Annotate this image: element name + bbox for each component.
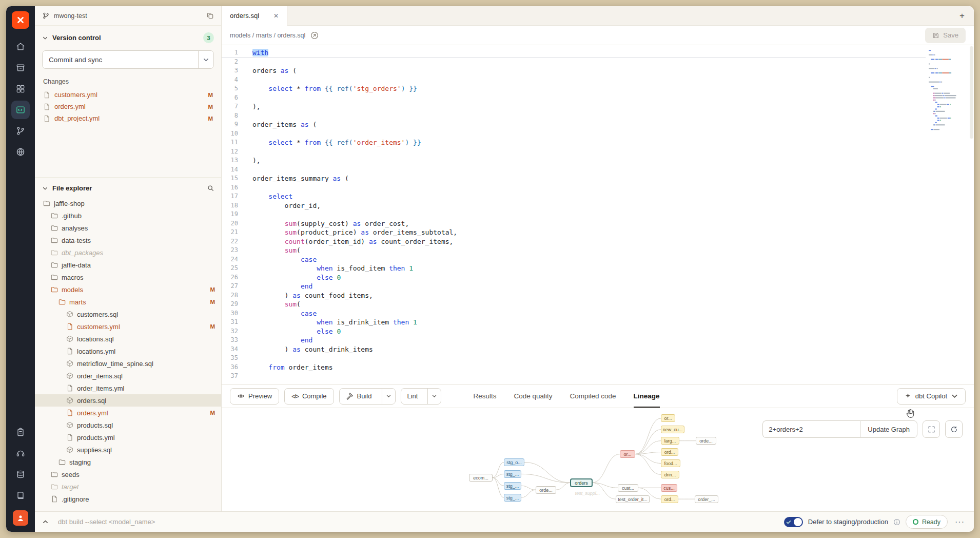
code-line[interactable]: sum( [252, 246, 926, 255]
code-line[interactable]: select [252, 192, 926, 201]
tree-item-analyses[interactable]: analyses [35, 222, 221, 234]
code-line[interactable]: ) as count_drink_items [252, 345, 926, 354]
refresh-icon[interactable] [945, 420, 963, 438]
lineage-node-ecom[interactable]: ecom... [469, 474, 493, 482]
code-editor[interactable]: 1234567891011121314151617181920212223242… [222, 45, 974, 384]
tree-item-customers.yml[interactable]: customers.ymlM [35, 320, 221, 333]
lineage-node-orde_b[interactable]: orde... [696, 437, 716, 445]
dbt-logo-icon[interactable] [12, 11, 29, 29]
code-line[interactable] [252, 147, 926, 157]
more-options-icon[interactable]: ··· [953, 517, 967, 527]
archive-icon[interactable] [11, 59, 30, 77]
editor-scrollbar[interactable] [969, 45, 974, 384]
tab-orders-sql[interactable]: orders.sql ✕ [222, 6, 287, 26]
code-line[interactable] [252, 372, 926, 381]
tab-results[interactable]: Results [473, 385, 496, 408]
tree-item-orders.yml[interactable]: orders.ymlM [35, 407, 221, 419]
lineage-node-test_order[interactable]: test_order_it... [616, 495, 650, 503]
code-line[interactable]: case [252, 255, 926, 264]
lineage-selector-input[interactable] [762, 420, 860, 438]
lineage-node-y_larg[interactable]: larg... [661, 437, 679, 445]
explore-globe-icon[interactable] [11, 143, 30, 161]
code-line[interactable]: select * from {{ ref('stg_orders') }} [252, 84, 926, 93]
change-item[interactable]: dbt_project.ymlM [35, 112, 221, 124]
code-line[interactable] [252, 57, 926, 67]
code-line[interactable] [252, 129, 926, 139]
tree-item-metricflow_time_spine.sql[interactable]: metricflow_time_spine.sql [35, 357, 221, 370]
code-line[interactable]: from order_items [252, 363, 926, 372]
open-link-icon[interactable] [310, 31, 319, 40]
code-line[interactable]: end [252, 282, 926, 291]
minimap[interactable] [926, 45, 969, 384]
develop-ide-icon[interactable] [11, 101, 30, 119]
command-input[interactable]: dbt build --select <model_name> [58, 518, 155, 526]
change-item[interactable]: customers.ymlM [35, 89, 221, 101]
lineage-node-y_drin[interactable]: drin... [661, 471, 679, 478]
tree-item-models[interactable]: modelsM [35, 283, 221, 296]
tree-item-customers.sql[interactable]: customers.sql [35, 308, 221, 320]
code-line[interactable]: ) as count_food_items, [252, 291, 926, 300]
lineage-node-stg_o[interactable]: stg_o... [504, 458, 524, 466]
lineage-node-order_c[interactable]: order_... [695, 495, 718, 503]
close-tab-icon[interactable]: ✕ [273, 12, 279, 20]
lineage-node-orde_a[interactable]: orde... [536, 486, 556, 494]
code-line[interactable]: orders as ( [252, 66, 926, 75]
tree-item-supplies.sql[interactable]: supplies.sql [35, 444, 221, 456]
new-tab-icon[interactable]: + [955, 9, 969, 23]
code-line[interactable]: with [252, 48, 926, 57]
file-explorer-header[interactable]: File explorer [35, 178, 221, 197]
code-line[interactable] [252, 111, 926, 121]
tree-item-staging[interactable]: staging [35, 456, 221, 468]
code-line[interactable]: else 0 [252, 327, 926, 336]
tab-code-quality[interactable]: Code quality [514, 385, 552, 408]
code-line[interactable]: sum( [252, 300, 926, 309]
support-headset-icon[interactable] [11, 444, 30, 463]
lineage-node-cust[interactable]: cust... [618, 484, 638, 492]
home-icon[interactable] [11, 37, 30, 56]
search-icon[interactable] [207, 185, 214, 191]
lineage-node-or_red[interactable]: or... [620, 450, 635, 458]
code-line[interactable] [252, 210, 926, 219]
status-ready-badge[interactable]: Ready [906, 515, 948, 529]
tab-compiled-code[interactable]: Compiled code [570, 385, 616, 408]
tree-item-products.sql[interactable]: products.sql [35, 419, 221, 431]
tree-item-macros[interactable]: macros [35, 271, 221, 283]
docs-book-icon[interactable] [11, 486, 30, 505]
save-button[interactable]: Save [925, 28, 966, 43]
code-line[interactable] [252, 354, 926, 363]
commit-and-sync-button[interactable]: Commit and sync [42, 50, 214, 69]
code-line[interactable]: case [252, 309, 926, 318]
lineage-node-y_ord[interactable]: ord... [661, 448, 678, 456]
expand-command-chevron-icon[interactable] [42, 518, 49, 525]
update-graph-button[interactable]: Update Graph [860, 420, 917, 438]
copy-icon[interactable] [206, 12, 214, 20]
tree-item-.gitignore[interactable]: .gitignore [35, 493, 221, 505]
tree-item-products.yml[interactable]: products.yml [35, 431, 221, 444]
tree-item-marts[interactable]: martsM [35, 296, 221, 308]
tree-item-order_items.sql[interactable]: order_items.sql [35, 370, 221, 382]
code-line[interactable]: select * from {{ ref('order_items') }} [252, 138, 926, 147]
code-line[interactable] [252, 183, 926, 193]
code-lines[interactable]: withorders as ( select * from {{ ref('st… [245, 45, 926, 384]
tree-item-jaffle-data[interactable]: jaffle-data [35, 259, 221, 271]
commit-dropdown-chevron-icon[interactable] [198, 51, 213, 68]
code-line[interactable] [252, 165, 926, 175]
preview-button[interactable]: Preview [230, 388, 279, 405]
code-line[interactable]: order_items as ( [252, 120, 926, 129]
tree-item-jaffle-shop[interactable]: jaffle-shop [35, 197, 221, 209]
lineage-node-y_or[interactable]: or... [661, 414, 675, 422]
info-icon[interactable] [893, 518, 900, 526]
code-line[interactable]: count(order_item_id) as count_order_item… [252, 237, 926, 246]
lineage-node-p_cus[interactable]: cus... [661, 484, 677, 492]
tree-item-orders.sql[interactable]: orders.sql [35, 394, 221, 407]
build-dropdown-chevron-icon[interactable] [382, 389, 395, 404]
dbt-copilot-button[interactable]: dbt Copilot [897, 388, 966, 405]
lineage-node-stg_3[interactable]: stg_... [504, 494, 521, 502]
lineage-node-y_ord2[interactable]: ord... [661, 495, 678, 503]
code-line[interactable]: else 0 [252, 273, 926, 282]
code-line[interactable]: order_items_summary as ( [252, 174, 926, 183]
code-line[interactable] [252, 93, 926, 103]
code-line[interactable]: sum(product_price) as order_items_subtot… [252, 228, 926, 237]
lineage-node-stg_2[interactable]: stg_... [504, 482, 521, 490]
tree-item-target[interactable]: target [35, 481, 221, 493]
